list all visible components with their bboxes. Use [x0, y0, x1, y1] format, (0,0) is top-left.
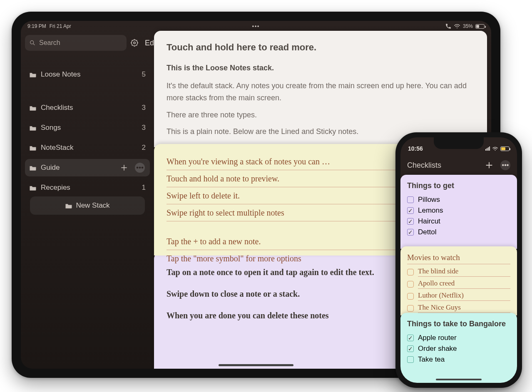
sidebar-item-loose-notes[interactable]: Loose Notes 5	[25, 66, 150, 83]
item-label: Take tea	[418, 355, 445, 364]
iphone-header: Checklists •••	[400, 156, 517, 175]
checklist-card-things-to-get[interactable]: Things to get Pillows Lemons Haircut Det…	[400, 175, 517, 249]
ipad-status-bar: 9:19 PM Fri 21 Apr ••• 35%	[21, 21, 491, 31]
checklist-item[interactable]: Haircut	[407, 216, 510, 227]
add-button[interactable]	[485, 161, 494, 170]
notch	[434, 137, 484, 149]
checkbox[interactable]	[407, 345, 414, 352]
folder-icon	[29, 145, 37, 151]
folder-icon	[65, 203, 72, 208]
checklist-item[interactable]: Pillows	[407, 194, 510, 205]
status-date: Fri 21 Apr	[50, 23, 71, 29]
home-indicator[interactable]	[436, 379, 482, 380]
new-stack-label: New Stack	[76, 201, 109, 210]
stack-count: 2	[142, 144, 146, 152]
sidebar-stack-list: Loose Notes 5 Checklists 3 Songs 3	[25, 66, 150, 196]
sidebar-item-guide[interactable]: Guide •••	[25, 159, 150, 176]
sidebar-item-recepies[interactable]: Recepies 1	[25, 179, 150, 196]
svg-line-2	[33, 44, 35, 45]
checklist-item[interactable]: Apollo creed	[407, 278, 510, 290]
svg-point-4	[134, 42, 136, 44]
battery-icon	[500, 146, 510, 151]
folder-icon	[29, 105, 37, 111]
checklist-item[interactable]: Take tea	[407, 354, 510, 365]
note-paragraph: There are three note types.	[167, 109, 475, 121]
gear-icon	[130, 38, 139, 47]
battery-percent: 35%	[463, 23, 473, 29]
status-time: 10:56	[408, 145, 423, 152]
multitask-dots-icon[interactable]: •••	[252, 23, 260, 29]
checklist-card-movies[interactable]: Movies to watch The blind side Apollo cr…	[400, 246, 517, 315]
item-label: Luthor (Netflix)	[418, 291, 510, 301]
stack-count: 1	[142, 184, 146, 192]
signal-icon	[485, 146, 490, 151]
checklist-item[interactable]: The blind side	[407, 266, 510, 278]
item-label: Haircut	[418, 217, 440, 226]
checkbox[interactable]	[407, 356, 414, 363]
card-title: Movies to watch	[407, 253, 510, 264]
note-subtitle: This is the Loose Notes stack.	[167, 62, 475, 74]
checkbox[interactable]	[407, 305, 414, 312]
checklist-item[interactable]: Dettol	[407, 227, 510, 238]
checkbox[interactable]	[407, 269, 414, 275]
sidebar-item-notestack[interactable]: NoteStack 2	[25, 139, 150, 156]
item-label: The blind side	[418, 267, 510, 277]
checklist-item[interactable]: Order shake	[407, 343, 510, 354]
checkbox[interactable]	[407, 196, 414, 203]
folder-icon	[29, 72, 37, 77]
home-indicator[interactable]	[219, 364, 293, 366]
search-field[interactable]	[39, 39, 122, 47]
battery-icon	[475, 24, 485, 29]
item-label: Pillows	[418, 196, 440, 204]
stack-name: Checklists	[41, 104, 138, 112]
item-label: Apple router	[418, 334, 457, 342]
stack-name: Loose Notes	[41, 70, 138, 79]
phone-icon	[445, 23, 451, 29]
more-button[interactable]: •••	[134, 162, 146, 174]
card-title: Things to get	[407, 181, 510, 190]
item-label: Apollo creed	[418, 279, 510, 289]
more-button[interactable]: •••	[500, 160, 510, 170]
svg-point-0	[457, 27, 457, 28]
stack-count: 3	[142, 124, 146, 132]
wifi-icon	[492, 146, 498, 151]
stack-count: 5	[142, 70, 146, 79]
checkbox[interactable]	[407, 218, 414, 225]
more-icon: •••	[500, 160, 510, 170]
note-plain[interactable]: Touch and hold here to read more. This i…	[154, 31, 487, 147]
more-icon: •••	[135, 163, 145, 173]
sidebar-item-songs[interactable]: Songs 3	[25, 119, 150, 136]
status-time: 9:19 PM	[27, 23, 46, 29]
plus-icon	[120, 164, 128, 172]
checkbox[interactable]	[407, 293, 414, 300]
card-title: Things to take to Bangalore	[407, 320, 510, 328]
checkbox[interactable]	[407, 281, 414, 288]
checklist-item[interactable]: Luthor (Netflix)	[407, 290, 510, 302]
stack-count: 3	[142, 104, 146, 112]
item-label: Dettol	[418, 228, 436, 236]
stack-name: Recepies	[41, 184, 138, 192]
folder-icon	[29, 185, 37, 191]
new-stack-button[interactable]: New Stack	[30, 196, 145, 215]
header-title: Checklists	[407, 161, 441, 170]
settings-button[interactable]	[130, 37, 139, 49]
note-title: Touch and hold here to read more.	[167, 40, 475, 55]
sidebar-item-checklists[interactable]: Checklists 3	[25, 99, 150, 117]
checklist-item[interactable]: Lemons	[407, 205, 510, 216]
checkbox[interactable]	[407, 335, 414, 341]
checklist-card-bangalore[interactable]: Things to take to Bangalore Apple router…	[400, 313, 517, 383]
iphone-notes: Things to get Pillows Lemons Haircut Det…	[400, 175, 517, 383]
checklist-item[interactable]: The Nice Guys	[407, 302, 510, 314]
plus-icon	[485, 161, 494, 170]
item-label: The Nice Guys	[418, 303, 510, 313]
checkbox[interactable]	[407, 229, 414, 236]
iphone-device: 10:56 Checklists ••• Thing	[395, 132, 522, 388]
item-label: Lemons	[418, 206, 443, 215]
add-note-button[interactable]	[118, 162, 130, 174]
checklist-item[interactable]: Apple router	[407, 332, 510, 343]
stack-name: NoteStack	[41, 144, 138, 152]
svg-point-1	[30, 41, 34, 44]
search-input[interactable]	[25, 35, 127, 51]
checkbox[interactable]	[407, 207, 414, 214]
folder-icon	[29, 165, 37, 171]
